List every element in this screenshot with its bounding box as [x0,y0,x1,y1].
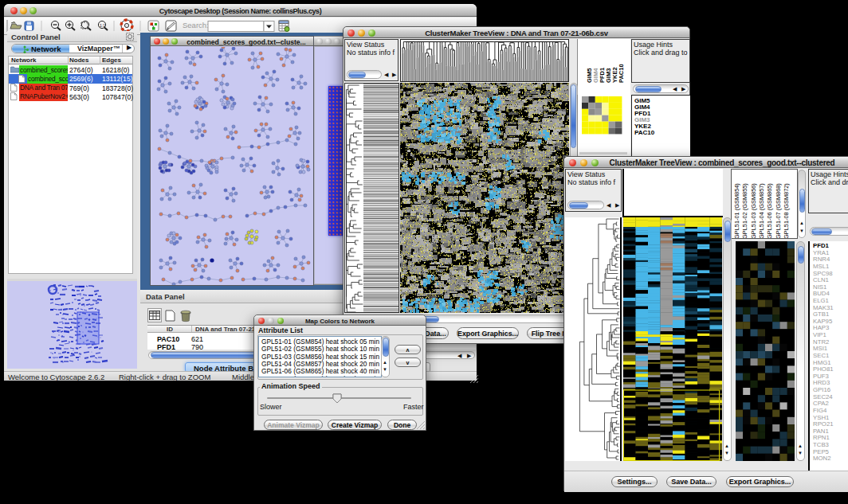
svg-text:Search:: Search: [183,21,209,29]
svg-text:1:1: 1:1 [100,23,105,28]
svg-text:GPL51-01 (GSM854): GPL51-01 (GSM854) [733,183,740,239]
svg-text:GPL51-08 (GSM872): GPL51-08 (GSM872) [783,183,790,239]
svg-text:GPL51-07 (GSM868): GPL51-07 (GSM868) [775,183,782,239]
svg-text:GPL51-03 (GSM856): GPL51-03 (GSM856) [750,183,757,239]
svg-text:GPL51-06 (GSM865): GPL51-06 (GSM865) [766,183,773,239]
svg-text:PAC10: PAC10 [618,64,625,83]
svg-text:GPL51-02 (GSM855): GPL51-02 (GSM855) [741,183,748,239]
svg-text:GPL51-04 (GSM857): GPL51-04 (GSM857) [758,183,765,239]
